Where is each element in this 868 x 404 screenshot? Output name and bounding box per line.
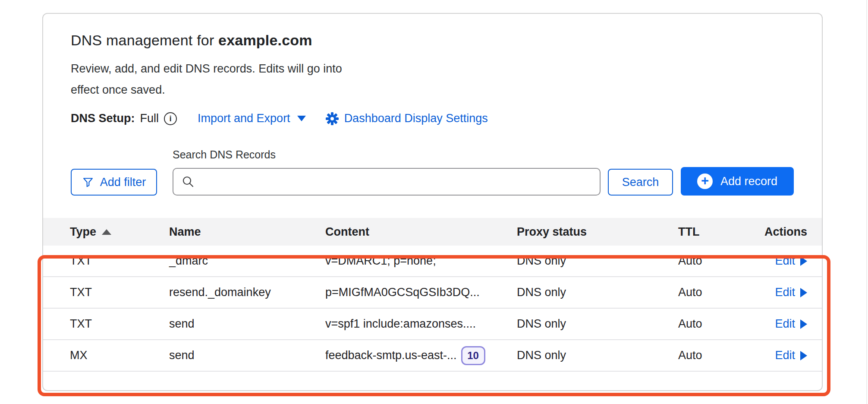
add-filter-button[interactable]: Add filter xyxy=(71,169,157,196)
column-header-name[interactable]: Name xyxy=(169,225,325,239)
add-record-label: Add record xyxy=(720,175,777,188)
dns-setup-value: Full xyxy=(140,112,159,125)
edit-record-button[interactable]: Edit xyxy=(775,254,807,268)
edit-record-button[interactable]: Edit xyxy=(775,286,807,299)
mx-priority-badge: 10 xyxy=(461,346,485,365)
chevron-right-icon xyxy=(800,256,807,266)
cell-type: TXT xyxy=(70,286,169,299)
dashboard-display-settings-link[interactable]: Dashboard Display Settings xyxy=(326,112,488,125)
import-export-label: Import and Export xyxy=(198,112,290,125)
cell-type: TXT xyxy=(70,254,169,268)
column-header-content[interactable]: Content xyxy=(325,225,517,239)
cell-proxy-status: DNS only xyxy=(517,317,678,331)
cell-ttl: Auto xyxy=(678,349,762,362)
table-row-domainkey: TXT resend._domainkey p=MIGfMA0GCSqGSIb3… xyxy=(43,277,822,309)
page-description: Review, add, and edit DNS records. Edits… xyxy=(71,58,355,101)
cell-name: send xyxy=(169,349,325,362)
table-header-row: Type Name Content Proxy status TTL Actio… xyxy=(43,218,822,246)
chevron-right-icon xyxy=(800,288,807,297)
cell-content: p=MIGfMA0GCSqGSIb3DQ... xyxy=(325,286,517,299)
table-row-send-mx: MX send feedback-smtp.us-east-... 10 DNS… xyxy=(43,340,822,372)
cell-ttl: Auto xyxy=(678,254,762,268)
cell-name: _dmarc xyxy=(169,254,325,268)
search-dns-records-label: Search DNS Records xyxy=(173,148,601,161)
edit-record-button[interactable]: Edit xyxy=(775,317,807,331)
column-header-ttl[interactable]: TTL xyxy=(678,225,762,239)
cell-ttl: Auto xyxy=(678,286,762,299)
search-dns-records-group: Search DNS Records xyxy=(173,148,601,196)
search-box xyxy=(173,168,601,196)
gear-icon xyxy=(326,112,339,125)
edit-record-button[interactable]: Edit xyxy=(775,349,807,362)
cell-content: v=spf1 include:amazonses.... xyxy=(325,317,517,331)
cell-proxy-status: DNS only xyxy=(517,349,678,362)
records-toolbar: Add filter Search DNS Records Search xyxy=(71,148,822,196)
column-header-actions: Actions xyxy=(762,225,807,239)
cell-proxy-status: DNS only xyxy=(517,286,678,299)
search-button-label: Search xyxy=(622,176,659,189)
cell-name: resend._domainkey xyxy=(169,286,325,299)
table-row-send-txt: TXT send v=spf1 include:amazonses.... DN… xyxy=(43,309,822,340)
page-title-prefix: DNS management for xyxy=(71,32,218,48)
cell-content: v=DMARC1; p=none; xyxy=(325,254,517,268)
info-icon[interactable]: i xyxy=(164,112,177,125)
dns-setup-label: DNS Setup: xyxy=(71,112,135,125)
search-icon xyxy=(181,175,195,190)
cell-content: feedback-smtp.us-east-... 10 xyxy=(325,346,517,365)
dns-setup-row: DNS Setup: Full i Import and Export xyxy=(71,112,822,125)
chevron-right-icon xyxy=(800,351,807,360)
cell-actions: Edit xyxy=(762,317,807,331)
cell-actions: Edit xyxy=(762,254,807,268)
column-header-type[interactable]: Type xyxy=(70,225,169,239)
add-record-button[interactable]: + Add record xyxy=(681,167,794,196)
dns-records-table: Type Name Content Proxy status TTL Actio… xyxy=(43,218,822,372)
page-title-domain: example.com xyxy=(218,32,312,48)
chevron-down-icon xyxy=(297,116,306,121)
chevron-right-icon xyxy=(800,319,807,329)
window-edge xyxy=(866,0,867,404)
dashboard-display-settings-label: Dashboard Display Settings xyxy=(344,112,488,125)
table-row-dmarc: TXT _dmarc v=DMARC1; p=none; DNS only Au… xyxy=(43,246,822,277)
search-button[interactable]: Search xyxy=(608,169,673,196)
page-title: DNS management for example.com xyxy=(71,32,822,49)
plus-icon: + xyxy=(697,174,713,189)
add-filter-label: Add filter xyxy=(100,176,146,189)
cell-type: TXT xyxy=(70,317,169,331)
dns-management-card: DNS management for example.com Review, a… xyxy=(42,13,823,391)
cell-actions: Edit xyxy=(762,286,807,299)
cell-actions: Edit xyxy=(762,349,807,362)
column-header-proxy-status[interactable]: Proxy status xyxy=(517,225,678,239)
cell-ttl: Auto xyxy=(678,317,762,331)
cell-name: send xyxy=(169,317,325,331)
filter-funnel-icon xyxy=(82,176,94,188)
sort-ascending-icon xyxy=(102,229,111,235)
cell-proxy-status: DNS only xyxy=(517,254,678,268)
cell-type: MX xyxy=(70,349,169,362)
search-input[interactable] xyxy=(173,168,601,196)
import-export-dropdown[interactable]: Import and Export xyxy=(198,112,306,125)
